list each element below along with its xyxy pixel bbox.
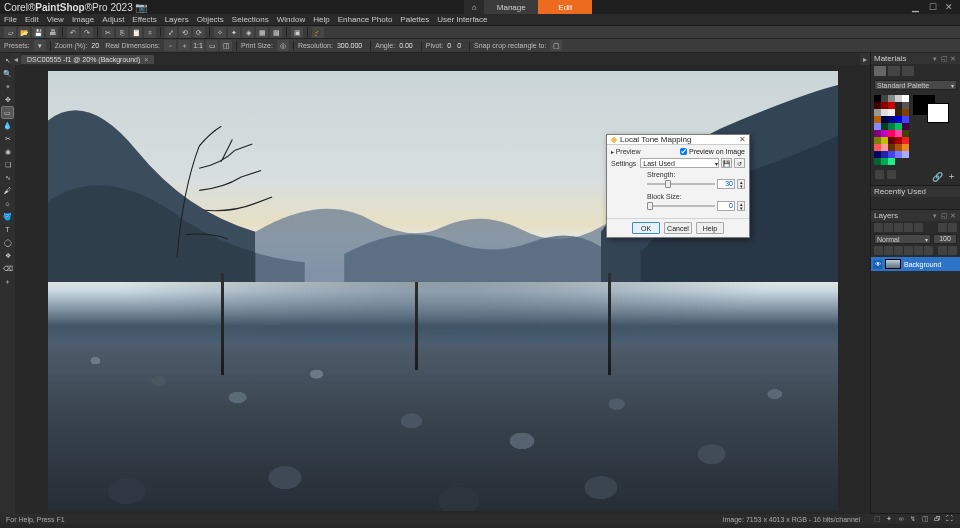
- tool-crop[interactable]: ✂: [2, 133, 13, 144]
- swatch[interactable]: [874, 102, 881, 109]
- preview-expand[interactable]: Preview: [611, 148, 641, 155]
- document-tab[interactable]: DSC00555 -f1 @ 20% (Background) ×: [21, 55, 154, 64]
- layer-lock-icon[interactable]: [948, 223, 957, 232]
- swatch[interactable]: [874, 109, 881, 116]
- doc-tab-next[interactable]: ▸: [860, 53, 870, 65]
- layer-style-icon[interactable]: [884, 246, 893, 255]
- duplicate-layer-icon[interactable]: [904, 223, 913, 232]
- opacity-field[interactable]: 100: [933, 234, 957, 244]
- sb-icon-6[interactable]: 🗗: [932, 515, 942, 522]
- cancel-button[interactable]: Cancel: [664, 222, 692, 234]
- blocksize-spinner[interactable]: ▴▾: [737, 201, 745, 211]
- swatch[interactable]: [895, 151, 902, 158]
- swatch[interactable]: [902, 116, 909, 123]
- swatch[interactable]: [888, 123, 895, 130]
- tab-manage[interactable]: Manage: [484, 0, 538, 14]
- swatch[interactable]: [902, 144, 909, 151]
- swatch[interactable]: [874, 151, 881, 158]
- instant-effects-icon[interactable]: ▦: [256, 27, 268, 38]
- open-icon[interactable]: 📂: [18, 27, 30, 38]
- swatch[interactable]: [895, 130, 902, 137]
- tool-eraser[interactable]: ⌫: [2, 263, 13, 274]
- menu-view[interactable]: View: [47, 15, 64, 24]
- swatch[interactable]: [888, 102, 895, 109]
- sb-icon-3[interactable]: ∞: [896, 515, 906, 522]
- swatch[interactable]: [902, 137, 909, 144]
- dialog-titlebar[interactable]: Local Tone Mapping ✕: [607, 135, 749, 145]
- tool-red-eye[interactable]: ◉: [2, 146, 13, 157]
- tool-dropper[interactable]: 💧: [2, 120, 13, 131]
- layer-link-icon[interactable]: [938, 223, 947, 232]
- layers-panel-close-icon[interactable]: ✕: [949, 212, 957, 220]
- close-button[interactable]: ✕: [942, 2, 956, 12]
- print-icon[interactable]: 🖶: [46, 27, 58, 38]
- redo-icon[interactable]: ↷: [81, 27, 93, 38]
- menu-edit[interactable]: Edit: [25, 15, 39, 24]
- minimize-button[interactable]: ▁: [909, 2, 923, 12]
- background-swatch[interactable]: [927, 103, 949, 123]
- materials-under-2-icon[interactable]: [887, 170, 896, 179]
- menu-image[interactable]: Image: [72, 15, 94, 24]
- fit-image-icon[interactable]: ◫: [220, 40, 232, 51]
- settings-reset-icon[interactable]: ↺: [734, 158, 745, 168]
- tool-text[interactable]: T: [2, 224, 13, 235]
- blocksize-slider[interactable]: [647, 202, 715, 210]
- smart-fix-icon[interactable]: ✧: [214, 27, 226, 38]
- blend-mode-select[interactable]: Normal▾: [874, 234, 931, 244]
- swatch[interactable]: [881, 144, 888, 151]
- menu-enhance-photo[interactable]: Enhance Photo: [338, 15, 393, 24]
- zoom-in-icon[interactable]: ＋: [178, 40, 190, 51]
- swatch[interactable]: [881, 95, 888, 102]
- layer-collapse-icon[interactable]: [924, 246, 933, 255]
- sb-icon-4[interactable]: ↯: [908, 515, 918, 523]
- rotate-left-icon[interactable]: ⟲: [179, 27, 191, 38]
- sb-icon-5[interactable]: ◫: [920, 515, 930, 523]
- swatch[interactable]: [881, 109, 888, 116]
- swatch[interactable]: [888, 144, 895, 151]
- zoom-100-icon[interactable]: 1:1: [192, 40, 204, 51]
- resize-icon[interactable]: ⤢: [165, 27, 177, 38]
- materials-tab-swatches[interactable]: [874, 66, 886, 76]
- menu-help[interactable]: Help: [313, 15, 329, 24]
- tool-brush[interactable]: 🖌: [2, 185, 13, 196]
- materials-under-1-icon[interactable]: [875, 170, 884, 179]
- swatch[interactable]: [895, 95, 902, 102]
- swatch[interactable]: [874, 116, 881, 123]
- layer-expand-icon[interactable]: [914, 246, 923, 255]
- swatch[interactable]: [874, 95, 881, 102]
- swatch[interactable]: [874, 130, 881, 137]
- swatch[interactable]: [895, 137, 902, 144]
- strength-spinner[interactable]: ▴▾: [737, 179, 745, 189]
- swatch[interactable]: [902, 151, 909, 158]
- print-size-button[interactable]: ◎: [277, 40, 289, 51]
- swatch[interactable]: [895, 109, 902, 116]
- layer-item-background[interactable]: 👁 Background: [871, 257, 960, 271]
- dialog-close-button[interactable]: ✕: [739, 135, 746, 144]
- copy-icon[interactable]: ⎘: [116, 27, 128, 38]
- maximize-button[interactable]: ☐: [926, 2, 940, 12]
- ok-button[interactable]: OK: [632, 222, 660, 234]
- one-step-icon[interactable]: ✦: [228, 27, 240, 38]
- swatch[interactable]: [874, 123, 881, 130]
- settings-save-icon[interactable]: 💾: [721, 158, 732, 168]
- swatch[interactable]: [888, 158, 895, 165]
- swatch[interactable]: [874, 137, 881, 144]
- resolution-value[interactable]: 300.000: [337, 42, 362, 49]
- pivot-y[interactable]: 0: [457, 42, 461, 49]
- rotate-right-icon[interactable]: ⟳: [193, 27, 205, 38]
- new-icon[interactable]: ▱: [4, 27, 16, 38]
- swatch[interactable]: [874, 144, 881, 151]
- new-mask-icon[interactable]: [884, 223, 893, 232]
- menu-window[interactable]: Window: [277, 15, 305, 24]
- swatch[interactable]: [888, 95, 895, 102]
- tab-edit[interactable]: Edit: [538, 0, 592, 14]
- settings-dropdown[interactable]: Last Used▾: [640, 158, 719, 168]
- new-group-icon[interactable]: [894, 223, 903, 232]
- materials-tab-frame[interactable]: [902, 66, 914, 76]
- menu-effects[interactable]: Effects: [132, 15, 156, 24]
- tool-picture-tube[interactable]: ❖: [2, 250, 13, 261]
- swatch[interactable]: [881, 158, 888, 165]
- layer-extra2-icon[interactable]: [948, 246, 957, 255]
- tool-scratch[interactable]: ∿: [2, 172, 13, 183]
- strength-value[interactable]: 30: [717, 179, 735, 189]
